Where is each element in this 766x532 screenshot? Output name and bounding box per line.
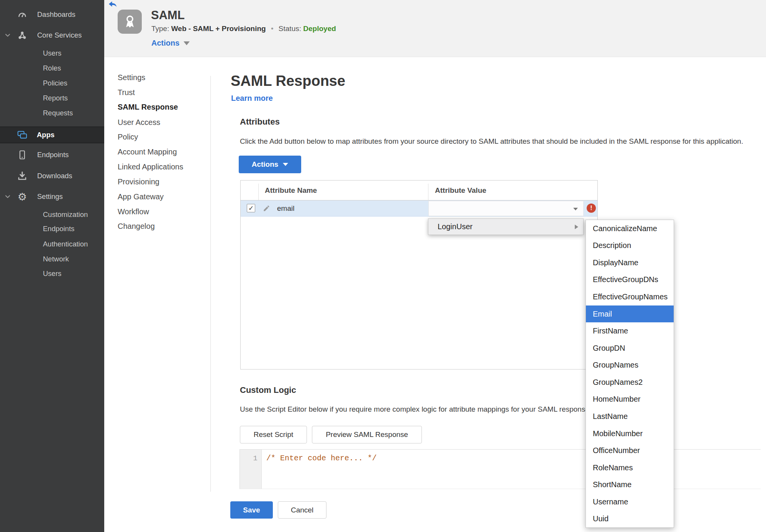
sidebar-item-label: Downloads [37, 172, 72, 180]
menu-item[interactable]: CanonicalizeName [586, 220, 674, 237]
attributes-actions-button[interactable]: Actions [239, 156, 301, 173]
column-header-attribute-value: Attribute Value [435, 181, 486, 200]
tab-provisioning[interactable]: Provisioning [118, 177, 204, 188]
app-header: SAML Type: Web - SAML + Provisioning • S… [104, 0, 766, 57]
sidebar-item-core-services[interactable]: Core Services [0, 29, 104, 41]
apps-icon [17, 130, 28, 140]
chevron-down-icon [184, 41, 190, 45]
menu-item[interactable]: LastName [586, 408, 674, 425]
menu-item[interactable]: GroupNames [586, 357, 674, 374]
tab-changelog[interactable]: Changelog [118, 222, 204, 233]
tab-trust[interactable]: Trust [118, 88, 204, 99]
header-actions-menu[interactable]: Actions [151, 39, 190, 48]
nav-divider [210, 76, 211, 492]
menu-item[interactable]: RoleNames [586, 459, 674, 476]
attribute-value-dropdown[interactable] [428, 201, 584, 216]
edit-pencil-icon[interactable] [263, 205, 270, 212]
attributes-heading: Attributes [240, 117, 280, 127]
actions-button-label: Actions [252, 160, 279, 169]
gear-icon: ⚙ [17, 191, 28, 202]
page-title: SAML [151, 8, 185, 22]
sidebar-item-settings[interactable]: ⚙ Settings [0, 190, 104, 203]
sidebar-item-downloads[interactable]: Downloads [0, 170, 104, 182]
menu-item[interactable]: Uuid [586, 511, 674, 528]
status-badge: Deployed [303, 25, 336, 33]
menu-item[interactable]: MobileNumber [586, 425, 674, 442]
dropdown-menu-loginuser[interactable]: LoginUser [428, 218, 584, 235]
app-window: Dashboards Core Services Users Roles Pol… [0, 0, 766, 532]
attributes-table: Attribute Name Attribute Value ✓ email ! [240, 180, 598, 369]
sidebar-item-policies[interactable]: Policies [0, 77, 104, 89]
tab-user-access[interactable]: User Access [118, 118, 204, 129]
chevron-down-icon[interactable] [3, 192, 12, 201]
download-icon [17, 171, 28, 181]
chevron-down-icon[interactable] [3, 31, 12, 39]
menu-item[interactable]: FirstName [586, 322, 674, 340]
save-button[interactable]: Save [230, 501, 273, 519]
menu-item[interactable]: DisplayName [586, 254, 674, 271]
sidebar-item-roles[interactable]: Roles [0, 62, 104, 74]
menu-item[interactable]: Username [586, 493, 674, 511]
sidebar-item-endpoints[interactable]: Endpoints [0, 149, 104, 161]
tab-settings[interactable]: Settings [118, 73, 204, 84]
menu-item[interactable]: OfficeNumber [586, 442, 674, 459]
network-icon [17, 30, 28, 41]
award-icon [122, 13, 138, 30]
menu-item[interactable]: GroupNames2 [586, 374, 674, 391]
tab-account-mapping[interactable]: Account Mapping [118, 148, 204, 158]
sidebar-item-authentication[interactable]: Authentication [0, 238, 104, 250]
column-header-attribute-name: Attribute Name [265, 181, 317, 200]
attributes-description: Click the Add button below to map attrib… [240, 137, 743, 146]
table-header-row: Attribute Name Attribute Value [241, 181, 597, 200]
cancel-button[interactable]: Cancel [278, 501, 326, 519]
submenu-arrow-icon [575, 225, 578, 229]
sidebar-item-dashboards[interactable]: Dashboards [0, 8, 104, 21]
checkmark-icon: ✓ [248, 204, 254, 212]
script-editor[interactable]: 1 /* Enter code here... */ [239, 449, 761, 489]
menu-item[interactable]: Description [586, 237, 674, 255]
menu-item[interactable]: GroupDN [586, 340, 674, 357]
editor-gutter: 1 [240, 450, 262, 489]
back-arrow-icon[interactable] [108, 1, 117, 8]
custom-logic-description: Use the Script Editor below if you requi… [240, 405, 591, 414]
error-icon: ! [587, 204, 596, 213]
sidebar-item-users[interactable]: Users [0, 47, 104, 59]
sidebar-item-label: Apps [37, 131, 54, 139]
section-title: SAML Response [231, 73, 345, 89]
preview-saml-response-button[interactable]: Preview SAML Response [312, 426, 422, 443]
sidebar-item-label: Endpoints [37, 151, 69, 159]
type-value: Web - SAML + Provisioning [171, 25, 266, 33]
tab-app-gateway[interactable]: App Gateway [118, 192, 204, 203]
sidebar-item-network[interactable]: Network [0, 253, 104, 265]
tab-policy[interactable]: Policy [118, 133, 204, 143]
custom-logic-heading: Custom Logic [240, 385, 296, 395]
type-label: Type: [151, 25, 169, 33]
table-row[interactable]: ✓ email ! [241, 200, 597, 217]
menu-item[interactable]: ShortName [586, 476, 674, 493]
sidebar-item-apps[interactable]: Apps [0, 126, 104, 143]
editor-code[interactable]: /* Enter code here... */ [266, 454, 377, 463]
actions-label: Actions [151, 39, 179, 48]
tab-workflow[interactable]: Workflow [118, 207, 204, 218]
row-checkbox[interactable]: ✓ [247, 204, 255, 212]
tab-saml-response[interactable]: SAML Response [118, 103, 204, 113]
sidebar-item-settings-endpoints[interactable]: Endpoints [0, 223, 104, 235]
app-logo [118, 10, 142, 34]
sidebar-item-label: Settings [37, 192, 63, 201]
sidebar-item-settings-users[interactable]: Users [0, 268, 104, 280]
reset-script-button[interactable]: Reset Script [240, 426, 307, 443]
column-divider [428, 184, 428, 200]
sidebar-item-requests[interactable]: Requests [0, 107, 104, 119]
menu-item[interactable]: EffectiveGroupNames [586, 288, 674, 305]
chevron-down-icon [573, 208, 578, 210]
menu-item[interactable]: EffectiveGroupDNs [586, 271, 674, 289]
sidebar-item-reports[interactable]: Reports [0, 92, 104, 104]
chevron-down-icon [283, 163, 288, 166]
separator-dot: • [271, 25, 274, 33]
tab-linked-applications[interactable]: Linked Applications [118, 163, 204, 173]
sidebar-item-customization[interactable]: Customization [0, 209, 104, 221]
learn-more-link[interactable]: Learn more [231, 94, 273, 103]
menu-item-selected[interactable]: Email [586, 305, 674, 323]
menu-item[interactable]: HomeNumber [586, 391, 674, 408]
tablet-icon [17, 149, 28, 160]
